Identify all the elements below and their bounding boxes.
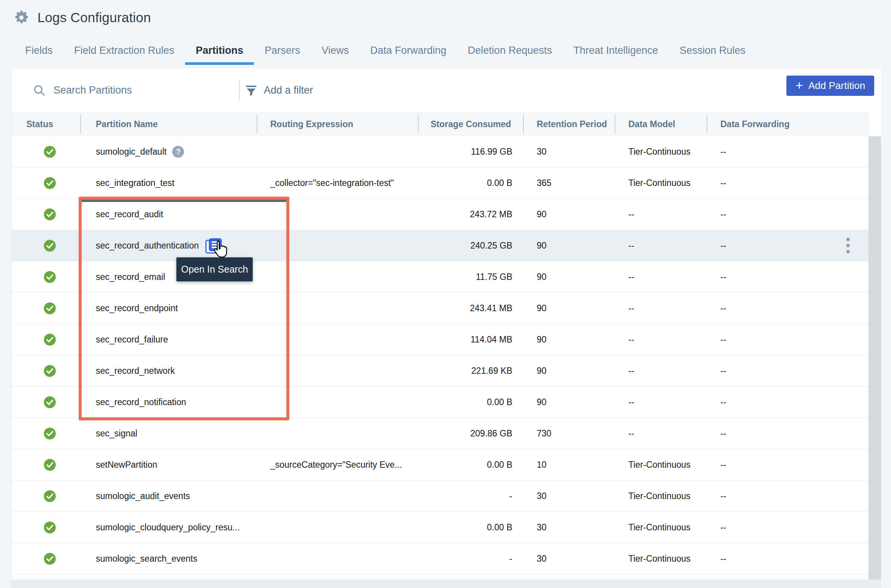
row-actions-kebab-icon[interactable] [844,236,852,256]
table-row[interactable]: sec_signal209.86 GB730---- [12,418,868,449]
column-header-retention-period: Retention Period [524,112,615,136]
retention-period-cell: 90 [524,230,615,261]
status-ok-icon [44,145,56,158]
partition-name-cell: sumologic_audit_events [81,481,257,511]
data-model-cell: -- [615,387,707,417]
routing-expression-cell [257,418,419,449]
table-row[interactable]: sec_integration_test_collector="sec-inte… [12,168,868,199]
search-icon [33,84,45,96]
data-forwarding-cell: -- [707,324,868,355]
table-row[interactable]: sec_record_authentication 240.25 GB90---… [12,230,868,262]
add-filter-label: Add a filter [264,84,313,96]
status-cell [12,387,81,417]
retention-period-cell: 365 [524,168,615,198]
routing-expression-cell [257,136,419,167]
tab-session-rules[interactable]: Session Rules [669,42,756,59]
partition-name-cell: sec_record_audit [81,199,257,229]
data-forwarding-cell: -- [707,199,868,229]
column-header-data-model: Data Model [615,112,707,136]
data-forwarding-cell: -- [707,355,868,386]
partition-name-cell: sec_record_network [81,355,257,386]
status-ok-icon [44,459,56,471]
toolbar-divider [239,79,240,101]
add-partition-button[interactable]: + Add Partition [786,76,874,96]
data-forwarding-cell: -- [707,449,868,480]
toolbar: Add a filter + Add Partition [12,69,881,112]
partitions-panel: Add a filter + Add Partition Status Part… [11,69,881,588]
data-model-cell: Tier-Continuous [615,168,707,198]
partition-name: sec_record_audit [96,209,163,220]
storage-consumed-cell: 240.25 GB [419,230,524,261]
partition-name-cell: setNewPartition [81,449,257,480]
status-ok-icon [44,396,56,409]
vertical-scrollbar[interactable] [868,136,881,580]
tab-partitions[interactable]: Partitions [185,42,254,59]
routing-expression-cell [257,262,419,292]
data-model-cell: Tier-Continuous [615,481,707,511]
tooltip-label: Open In Search [181,264,248,275]
table-row[interactable]: sec_record_failure114.04 MB90---- [12,324,868,355]
data-forwarding-cell: -- [707,136,868,167]
storage-consumed-cell: 116.99 GB [419,136,524,167]
column-header-partition-name: Partition Name [81,112,257,136]
table-row[interactable]: sumologic_audit_events-30Tier-Continuous… [12,481,868,512]
status-cell [12,355,81,386]
table-row[interactable]: sumologic_search_events-30Tier-Continuou… [12,543,868,575]
storage-consumed-cell: 0.00 B [419,387,524,417]
partition-name: sec_record_notification [96,397,186,407]
status-cell [12,168,81,198]
partition-name-cell: sec_signal [81,418,257,449]
data-forwarding-cell: -- [707,168,868,198]
table-row[interactable]: sec_record_audit243.72 MB90---- [12,199,868,230]
partition-name: sumologic_cloudquery_policy_resu... [96,522,240,533]
routing-expression-cell: _sourceCategory="Security Eve... [257,449,419,480]
data-forwarding-cell: -- [707,293,868,323]
table-row[interactable]: setNewPartition_sourceCategory="Security… [12,449,868,481]
column-header-routing-expression: Routing Expression [257,112,419,136]
help-icon[interactable]: ? [172,146,184,158]
table-row[interactable]: sumologic_default?116.99 GB30Tier-Contin… [12,136,868,168]
tab-fields[interactable]: Fields [15,42,63,59]
partition-name-cell: sumologic_cloudquery_policy_resu... [81,512,257,543]
status-ok-icon [44,490,56,502]
horizontal-scrollbar[interactable] [12,580,881,588]
search-box[interactable] [33,69,215,112]
table-row[interactable]: sec_record_network221.69 KB90---- [12,355,868,387]
status-ok-icon [44,521,56,534]
retention-period-cell: 90 [524,355,615,386]
open-in-search-tooltip: Open In Search [176,257,253,281]
storage-consumed-cell: 11.75 GB [419,262,524,292]
storage-consumed-cell: 0.00 B [419,512,524,543]
partition-name: setNewPartition [96,460,157,470]
table-row[interactable]: sumologic_cloudquery_policy_resu...0.00 … [12,512,868,543]
status-cell [12,481,81,511]
storage-consumed-cell: 243.72 MB [419,199,524,229]
status-cell [12,418,81,449]
data-forwarding-cell: -- [707,262,868,292]
tab-data-forwarding[interactable]: Data Forwarding [360,42,457,59]
retention-period-cell: 90 [524,387,615,417]
tab-field-extraction-rules[interactable]: Field Extraction Rules [63,42,185,59]
routing-expression-cell [257,230,419,261]
tab-parsers[interactable]: Parsers [254,42,311,59]
table-row[interactable]: sec_record_notification0.00 B90---- [12,387,868,418]
scrollbar-thumb[interactable] [868,136,881,580]
partition-name-cell: sumologic_search_events [81,543,257,574]
partition-name-cell: sec_record_endpoint [81,293,257,323]
partition-name: sumologic_audit_events [96,491,190,501]
tab-views[interactable]: Views [311,42,360,59]
storage-consumed-cell: 209.86 GB [419,418,524,449]
open-in-search-icon[interactable] [205,238,223,253]
tab-deletion-requests[interactable]: Deletion Requests [457,42,563,59]
retention-period-cell: 90 [524,262,615,292]
table-row[interactable]: sec_record_email11.75 GB90---- [12,262,868,293]
partition-name-cell: sec_record_failure [81,324,257,355]
table-row[interactable]: sec_record_endpoint243.41 MB90---- [12,293,868,324]
storage-consumed-cell: 0.00 B [419,449,524,480]
search-input[interactable] [53,84,215,97]
add-filter-button[interactable]: Add a filter [245,69,313,112]
data-forwarding-cell: -- [707,418,868,449]
data-forwarding-cell: -- [707,512,868,543]
storage-consumed-cell: 221.69 KB [419,355,524,386]
tab-threat-intelligence[interactable]: Threat Intelligence [563,42,669,59]
